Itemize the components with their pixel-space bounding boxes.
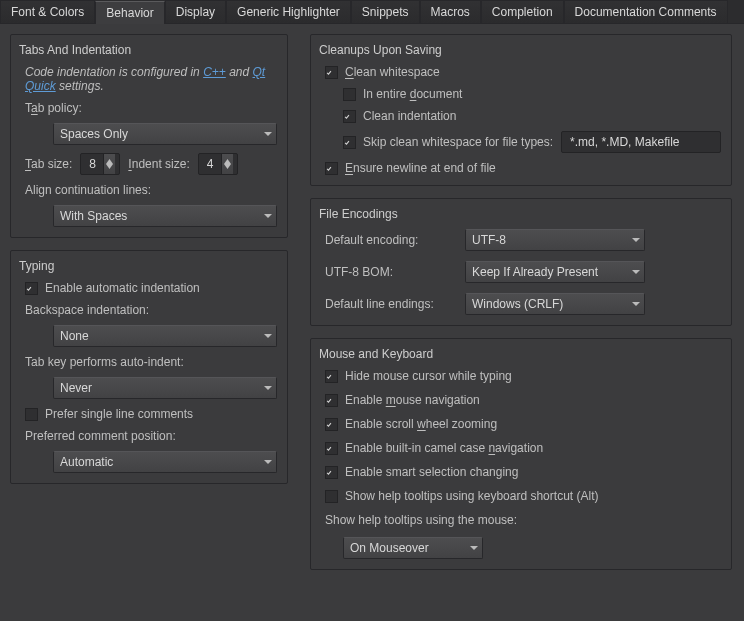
prefer-single-line-checkbox[interactable]: Prefer single line comments [25,407,277,421]
utf8-bom-combo[interactable]: Keep If Already Present [465,261,645,283]
comment-pos-combo[interactable]: Automatic [53,451,277,473]
help-tooltips-mouse-combo[interactable]: On Mouseover [343,537,483,559]
skip-filetypes-input[interactable] [561,131,721,153]
clean-indentation-checkbox[interactable]: Clean indentation [343,109,721,123]
tab-font-colors[interactable]: Font & Colors [0,0,95,23]
link-cpp[interactable]: C++ [203,65,226,79]
comment-pos-label: Preferred comment position: [25,429,277,443]
chevron-down-icon [264,326,272,346]
tab-policy-combo[interactable]: Spaces Only [53,123,277,145]
file-encodings-section: File Encodings Default encoding: UTF-8 U… [310,198,732,326]
default-encoding-combo[interactable]: UTF-8 [465,229,645,251]
line-endings-combo[interactable]: Windows (CRLF) [465,293,645,315]
cleanups-section: Cleanups Upon Saving Clean whitespace In… [310,34,732,186]
section-title: File Encodings [311,199,731,227]
ensure-newline-checkbox[interactable]: Ensure newline at end of file [325,161,721,175]
tab-snippets[interactable]: Snippets [351,0,420,23]
align-combo[interactable]: With Spaces [53,205,277,227]
chevron-down-icon [264,124,272,144]
tab-macros[interactable]: Macros [420,0,481,23]
tab-behavior[interactable]: Behavior [95,1,164,24]
default-encoding-label: Default encoding: [325,233,455,247]
settings-tabbar: Font & Colors Behavior Display Generic H… [0,0,744,24]
align-label: Align continuation lines: [25,183,277,197]
tabs-indentation-section: Tabs And Indentation Code indentation is… [10,34,288,238]
spinner-arrows-icon[interactable] [221,154,233,174]
spinner-arrows-icon[interactable] [103,154,115,174]
tab-display[interactable]: Display [165,0,226,23]
tab-doc-comments[interactable]: Documentation Comments [564,0,728,23]
section-title: Cleanups Upon Saving [311,35,731,63]
camel-case-checkbox[interactable]: Enable built-in camel case navigation [325,441,721,455]
section-title: Typing [11,251,287,279]
tab-generic-highlighter[interactable]: Generic Highlighter [226,0,351,23]
tab-completion[interactable]: Completion [481,0,564,23]
section-title: Mouse and Keyboard [311,339,731,367]
indent-note: Code indentation is configured in C++ an… [25,65,277,93]
indent-size-spin[interactable] [198,153,238,175]
line-endings-label: Default line endings: [325,297,455,311]
clean-whitespace-checkbox[interactable]: Clean whitespace [325,65,721,79]
chevron-down-icon [470,538,478,558]
mouse-keyboard-section: Mouse and Keyboard Hide mouse cursor whi… [310,338,732,570]
in-entire-document-checkbox[interactable]: In entire document [343,87,721,101]
backspace-label: Backspace indentation: [25,303,277,317]
indent-size-label: Indent size: [128,157,189,171]
chevron-down-icon [264,452,272,472]
section-title: Tabs And Indentation [11,35,287,63]
chevron-down-icon [632,262,640,282]
wheel-zoom-checkbox[interactable]: Enable scroll wheel zooming [325,417,721,431]
help-tooltips-mouse-label: Show help tooltips using the mouse: [325,513,721,527]
smart-selection-checkbox[interactable]: Enable smart selection changing [325,465,721,479]
mouse-nav-checkbox[interactable]: Enable mouse navigation [325,393,721,407]
utf8-bom-label: UTF-8 BOM: [325,265,455,279]
tab-size-label: Tab size: [25,157,72,171]
typing-section: Typing Enable automatic indentation Back… [10,250,288,484]
help-tooltips-alt-checkbox[interactable]: Show help tooltips using keyboard shortc… [325,489,721,503]
chevron-down-icon [264,206,272,226]
tabkey-combo[interactable]: Never [53,377,277,399]
hide-cursor-checkbox[interactable]: Hide mouse cursor while typing [325,369,721,383]
chevron-down-icon [632,230,640,250]
skip-clean-ws-checkbox[interactable]: Skip clean whitespace for file types: [343,135,553,149]
tab-policy-label: Tab policy: [25,101,277,115]
tabkey-label: Tab key performs auto-indent: [25,355,277,369]
chevron-down-icon [632,294,640,314]
tab-size-spin[interactable] [80,153,120,175]
enable-auto-indent-checkbox[interactable]: Enable automatic indentation [25,281,277,295]
backspace-combo[interactable]: None [53,325,277,347]
chevron-down-icon [264,378,272,398]
